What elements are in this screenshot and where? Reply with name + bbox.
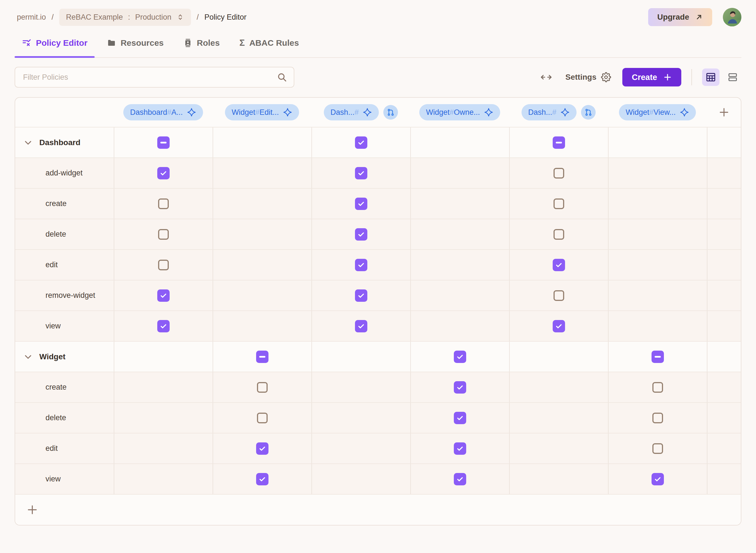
upgrade-button[interactable]: Upgrade <box>648 8 712 26</box>
checkbox-unchecked[interactable] <box>257 382 268 393</box>
row-label: remove-widget <box>46 291 95 300</box>
checkbox-unchecked[interactable] <box>257 413 268 423</box>
checkbox-unchecked[interactable] <box>158 260 169 270</box>
add-resource-row <box>15 494 741 525</box>
project-env-colon: : <box>128 13 130 22</box>
permission-cell <box>410 281 509 310</box>
checkbox-checked[interactable] <box>355 228 367 241</box>
role-pill[interactable]: Dash...# <box>324 104 379 121</box>
permission-cell <box>410 403 509 433</box>
list-view-toggle[interactable] <box>724 69 741 86</box>
tab-abac-rules[interactable]: ΣABAC Rules <box>239 34 299 57</box>
spare-cell <box>707 403 741 433</box>
checkbox-unchecked[interactable] <box>553 290 564 301</box>
filter-input[interactable] <box>15 67 294 88</box>
checkbox-unchecked[interactable] <box>553 229 564 240</box>
tab-label: Roles <box>197 38 220 48</box>
checkbox-indeterminate[interactable] <box>553 137 565 149</box>
role-pill[interactable]: Dashboard#A... <box>123 104 203 121</box>
sparkle-icon <box>680 107 689 117</box>
permission-cell <box>509 250 608 280</box>
checkbox-checked[interactable] <box>355 137 367 149</box>
checkbox-checked[interactable] <box>355 167 367 179</box>
checkbox-checked[interactable] <box>454 443 466 455</box>
top-bar: permit.io / ReBAC Example : Production /… <box>0 0 756 27</box>
tab-roles[interactable]: Roles <box>183 34 220 57</box>
row-label: Dashboard <box>39 138 80 147</box>
chevron-down-icon[interactable] <box>23 352 32 361</box>
grid-view-toggle[interactable] <box>702 69 720 86</box>
checkbox-checked[interactable] <box>553 259 565 271</box>
permission-cell <box>608 433 707 463</box>
expand-columns-icon[interactable] <box>540 73 552 82</box>
checkbox-checked[interactable] <box>256 443 269 455</box>
search-icon[interactable] <box>277 72 287 82</box>
checkbox-checked[interactable] <box>553 320 565 332</box>
row-label-cell: Dashboard <box>15 128 114 157</box>
permission-cell <box>410 311 509 341</box>
checkbox-indeterminate[interactable] <box>652 350 664 363</box>
checkbox-indeterminate[interactable] <box>157 137 170 149</box>
checkbox-checked[interactable] <box>454 381 466 394</box>
checkbox-checked[interactable] <box>355 198 367 210</box>
policy-icon <box>22 38 31 48</box>
permission-cell <box>114 311 213 341</box>
checkbox-unchecked[interactable] <box>158 229 169 240</box>
permission-cell <box>311 433 410 463</box>
row-label-cell: remove-widget <box>15 281 114 310</box>
breadcrumb-org[interactable]: permit.io <box>17 13 46 22</box>
permission-cell <box>509 403 608 433</box>
permission-cell <box>509 128 608 157</box>
sparkle-icon <box>283 107 292 117</box>
checkbox-unchecked[interactable] <box>553 168 564 178</box>
hash-sign: # <box>355 108 359 116</box>
row-label-cell: create <box>15 189 114 219</box>
row-label: view <box>46 475 61 483</box>
upgrade-label: Upgrade <box>657 13 689 22</box>
checkbox-checked[interactable] <box>355 290 367 302</box>
chevron-down-icon[interactable] <box>23 138 32 147</box>
permission-cell <box>114 464 213 494</box>
permission-cell <box>311 281 410 310</box>
role-pill[interactable]: Dash...# <box>522 104 577 121</box>
checkbox-checked[interactable] <box>454 350 466 363</box>
checkbox-checked[interactable] <box>454 473 466 485</box>
checkbox-checked[interactable] <box>157 290 170 302</box>
checkbox-unchecked[interactable] <box>652 443 663 454</box>
permission-cell <box>213 403 311 433</box>
checkbox-unchecked[interactable] <box>553 199 564 209</box>
add-column-button[interactable] <box>719 107 730 118</box>
environment-selector[interactable]: ReBAC Example : Production <box>59 9 191 26</box>
create-button[interactable]: Create <box>622 68 681 86</box>
row-label-cell: delete <box>15 219 114 249</box>
checkbox-checked[interactable] <box>355 259 367 271</box>
checkbox-unchecked[interactable] <box>652 382 663 393</box>
permission-cell <box>311 189 410 219</box>
role-pill[interactable]: Widget#Owne... <box>419 104 500 121</box>
pill-resource: Widget#Edit... <box>232 108 279 117</box>
tab-resources[interactable]: Resources <box>107 34 163 57</box>
settings-button[interactable]: Settings <box>565 72 611 82</box>
checkbox-indeterminate[interactable] <box>256 350 269 363</box>
column-header: Dash...# <box>509 104 608 121</box>
checkbox-unchecked[interactable] <box>652 413 663 423</box>
permission-cell <box>509 464 608 494</box>
role-pill[interactable]: Widget#View... <box>619 104 696 121</box>
checkbox-unchecked[interactable] <box>158 199 169 209</box>
checkbox-checked[interactable] <box>256 473 269 485</box>
checkbox-checked[interactable] <box>652 473 664 485</box>
action-row: edit <box>15 249 741 280</box>
role-pill[interactable]: Widget#Edit... <box>225 104 299 121</box>
checkbox-checked[interactable] <box>157 167 170 179</box>
sparkle-icon <box>363 107 372 117</box>
avatar[interactable] <box>723 8 741 26</box>
action-row: view <box>15 310 741 341</box>
row-label: create <box>46 199 67 208</box>
add-resource-button[interactable] <box>26 504 38 516</box>
permission-cell <box>114 372 213 402</box>
checkbox-checked[interactable] <box>454 412 466 424</box>
permission-cell <box>213 311 311 341</box>
checkbox-checked[interactable] <box>157 320 170 332</box>
tab-policy-editor[interactable]: Policy Editor <box>22 34 87 57</box>
checkbox-checked[interactable] <box>355 320 367 332</box>
